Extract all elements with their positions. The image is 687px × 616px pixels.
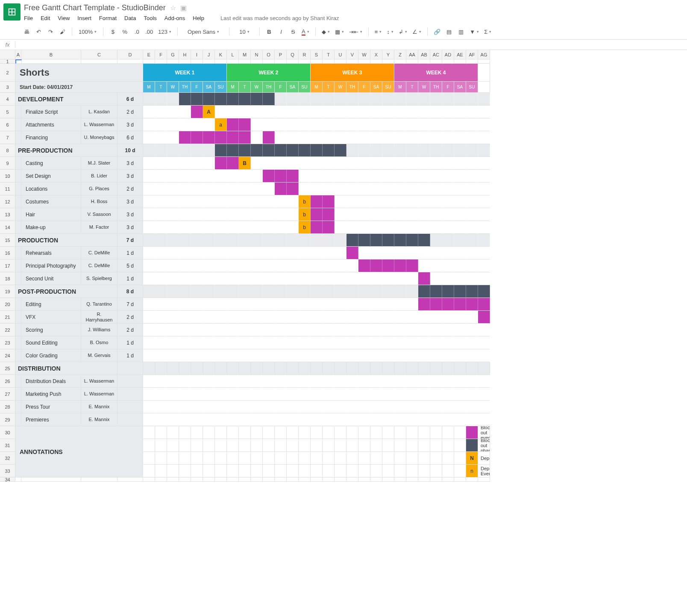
gantt-cell[interactable] (358, 106, 370, 118)
col-header-U[interactable]: U (335, 50, 346, 59)
gantt-cell[interactable] (406, 221, 418, 234)
gantt-cell[interactable] (167, 336, 179, 349)
cell[interactable] (311, 477, 323, 482)
cell[interactable] (335, 452, 346, 465)
gantt-cell[interactable] (394, 324, 406, 336)
gantt-cell[interactable] (203, 324, 215, 336)
gantt-cell[interactable] (191, 221, 203, 234)
sheets-app-icon[interactable] (3, 3, 21, 21)
gantt-cell[interactable] (418, 208, 430, 221)
cell[interactable] (394, 426, 406, 439)
cell[interactable] (323, 59, 335, 64)
gantt-cell[interactable] (227, 311, 239, 324)
gantt-cell[interactable] (311, 259, 323, 272)
gantt-cell[interactable] (227, 93, 239, 106)
gantt-cell[interactable] (311, 183, 323, 195)
gantt-cell[interactable] (143, 183, 155, 195)
gantt-cell[interactable] (263, 401, 275, 413)
gantt-cell[interactable] (346, 234, 358, 247)
gantt-cell[interactable] (191, 118, 203, 131)
gantt-cell[interactable] (203, 131, 215, 144)
gantt-cell[interactable] (263, 208, 275, 221)
wrap-icon[interactable]: ↲ (397, 27, 409, 37)
gantt-cell[interactable] (394, 106, 406, 118)
gantt-cell[interactable] (335, 93, 346, 106)
row-header-1[interactable]: 1 (0, 59, 15, 64)
gantt-cell[interactable] (394, 118, 406, 131)
row-header-31[interactable]: 31 (0, 439, 15, 452)
gantt-cell[interactable] (406, 157, 418, 170)
gantt-cell[interactable] (382, 362, 394, 375)
gantt-cell[interactable] (382, 401, 394, 413)
gantt-cell[interactable] (167, 234, 179, 247)
gantt-cell[interactable] (251, 401, 263, 413)
gantt-cell[interactable] (478, 413, 490, 426)
gantt-cell[interactable] (442, 234, 454, 247)
gantt-cell[interactable] (346, 157, 358, 170)
gantt-cell[interactable] (346, 195, 358, 208)
cell[interactable] (370, 452, 382, 465)
gantt-cell[interactable] (191, 413, 203, 426)
gantt-cell[interactable] (167, 106, 179, 118)
cell[interactable] (203, 426, 215, 439)
gantt-cell[interactable] (335, 259, 346, 272)
gantt-cell[interactable] (191, 401, 203, 413)
cell[interactable] (215, 426, 227, 439)
gantt-cell[interactable] (442, 259, 454, 272)
v-align-icon[interactable]: ↕ (385, 27, 395, 37)
cell[interactable] (299, 439, 311, 452)
gantt-cell[interactable] (311, 247, 323, 259)
gantt-cell[interactable] (203, 183, 215, 195)
gantt-cell[interactable] (466, 118, 478, 131)
gantt-cell[interactable] (251, 259, 263, 272)
gantt-cell[interactable] (430, 234, 442, 247)
menu-insert[interactable]: Insert (77, 15, 91, 21)
gantt-cell[interactable] (466, 247, 478, 259)
gantt-cell[interactable] (430, 375, 442, 388)
gantt-cell[interactable] (227, 221, 239, 234)
cell[interactable] (335, 477, 346, 482)
gantt-cell[interactable] (382, 324, 394, 336)
cell[interactable] (406, 452, 418, 465)
gantt-cell[interactable] (370, 144, 382, 157)
gantt-cell[interactable] (335, 195, 346, 208)
col-header-F[interactable]: F (155, 50, 167, 59)
gantt-cell[interactable] (191, 272, 203, 285)
gantt-cell[interactable] (418, 349, 430, 362)
gantt-cell[interactable] (167, 183, 179, 195)
cell[interactable] (382, 465, 394, 477)
rotate-icon[interactable]: ∠ (411, 27, 423, 37)
gantt-cell[interactable] (323, 234, 335, 247)
gantt-cell[interactable] (239, 388, 251, 401)
col-header-X[interactable]: X (370, 50, 382, 59)
gantt-cell[interactable] (203, 298, 215, 311)
gantt-cell[interactable] (239, 375, 251, 388)
gantt-cell[interactable] (430, 388, 442, 401)
gantt-cell[interactable] (227, 336, 239, 349)
gantt-cell[interactable] (155, 298, 167, 311)
col-header-R[interactable]: R (299, 50, 311, 59)
star-icon[interactable]: ☆ (170, 4, 176, 12)
cell[interactable] (394, 452, 406, 465)
cell[interactable] (454, 477, 466, 482)
gantt-cell[interactable] (179, 234, 191, 247)
gantt-cell[interactable] (370, 93, 382, 106)
gantt-cell[interactable] (215, 221, 227, 234)
cell[interactable] (251, 59, 263, 64)
gantt-cell[interactable] (454, 285, 466, 298)
link-icon[interactable]: 🔗 (432, 27, 442, 37)
gantt-cell[interactable] (370, 311, 382, 324)
col-header-J[interactable]: J (203, 50, 215, 59)
gantt-cell[interactable] (454, 93, 466, 106)
cell[interactable] (179, 452, 191, 465)
col-header-K[interactable]: K (215, 50, 227, 59)
gantt-cell[interactable] (382, 272, 394, 285)
increase-decimal[interactable]: .00 (144, 27, 155, 37)
gantt-cell[interactable] (263, 234, 275, 247)
gantt-cell[interactable] (454, 413, 466, 426)
gantt-cell[interactable] (263, 285, 275, 298)
gantt-cell[interactable] (263, 118, 275, 131)
gantt-cell[interactable] (179, 375, 191, 388)
gantt-cell[interactable] (311, 285, 323, 298)
gantt-cell[interactable] (167, 413, 179, 426)
